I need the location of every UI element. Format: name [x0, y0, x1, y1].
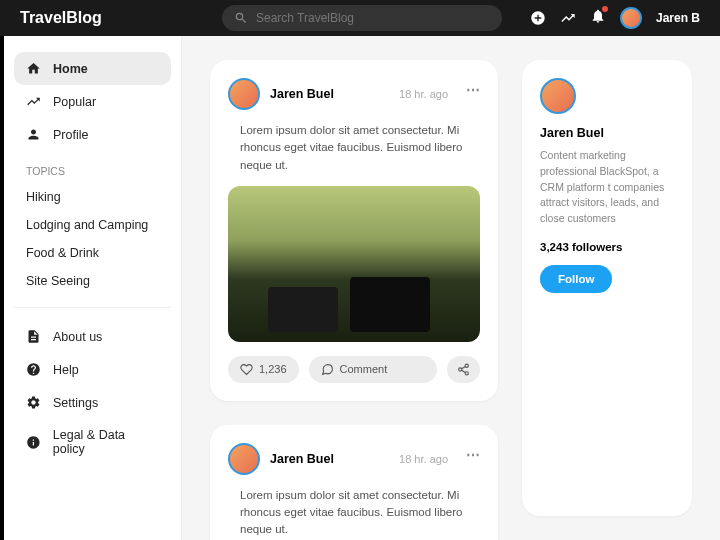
share-icon: [457, 363, 470, 376]
header: TravelBlog Jaren B: [0, 0, 720, 36]
sidebar-item-about[interactable]: About us: [14, 320, 171, 353]
user-icon: [26, 127, 41, 142]
profile-card: Jaren Buel Content marketing professiona…: [522, 60, 692, 516]
svg-point-1: [459, 368, 462, 371]
sidebar-item-popular[interactable]: Popular: [14, 85, 171, 118]
like-count: 1,236: [259, 363, 287, 375]
notification-button[interactable]: [590, 8, 606, 28]
help-icon: [26, 362, 41, 377]
sidebar-item-label: Popular: [53, 95, 96, 109]
search-icon: [234, 11, 248, 25]
topic-hiking[interactable]: Hiking: [14, 183, 171, 211]
trending-icon[interactable]: [560, 10, 576, 26]
sidebar-item-label: Settings: [53, 396, 98, 410]
search-bar[interactable]: [222, 5, 502, 31]
svg-line-3: [462, 370, 466, 372]
profile-bio: Content marketing professional BlackSpot…: [540, 148, 674, 227]
comment-button[interactable]: Comment: [309, 356, 437, 383]
avatar[interactable]: [228, 78, 260, 110]
sidebar-item-label: Help: [53, 363, 79, 377]
sidebar-item-settings[interactable]: Settings: [14, 386, 171, 419]
avatar[interactable]: [228, 443, 260, 475]
comment-icon: [321, 363, 334, 376]
trending-icon: [26, 94, 41, 109]
post-card: Jaren Buel 18 hr. ago ⋯ Lorem ipsum dolo…: [210, 60, 498, 401]
post-author[interactable]: Jaren Buel: [270, 452, 389, 466]
share-button[interactable]: [447, 356, 480, 383]
post-menu-button[interactable]: ⋯: [466, 447, 480, 463]
header-actions: Jaren B: [530, 7, 700, 29]
sidebar-item-home[interactable]: Home: [14, 52, 171, 85]
avatar[interactable]: [620, 7, 642, 29]
profile-followers: 3,243 followers: [540, 241, 674, 253]
post-author[interactable]: Jaren Buel: [270, 87, 389, 101]
svg-line-4: [462, 366, 466, 368]
sidebar-item-label: About us: [53, 330, 102, 344]
sidebar-item-label: Legal & Data policy: [53, 428, 159, 456]
heart-icon: [240, 363, 253, 376]
post-actions: 1,236 Comment: [228, 356, 480, 383]
svg-point-2: [465, 371, 468, 374]
sidebar-item-label: Home: [53, 62, 88, 76]
avatar[interactable]: [540, 78, 576, 114]
follow-button[interactable]: Follow: [540, 265, 612, 293]
header-username: Jaren B: [656, 11, 700, 25]
topics-label: TOPICS: [14, 151, 171, 183]
post-card: Jaren Buel 18 hr. ago ⋯ Lorem ipsum dolo…: [210, 425, 498, 540]
post-time: 18 hr. ago: [399, 453, 448, 465]
post-time: 18 hr. ago: [399, 88, 448, 100]
comment-label: Comment: [340, 363, 388, 375]
document-icon: [26, 329, 41, 344]
post-header: Jaren Buel 18 hr. ago ⋯: [228, 443, 480, 475]
search-input[interactable]: [256, 11, 490, 25]
bell-icon: [590, 8, 606, 24]
topic-siteseeing[interactable]: Site Seeing: [14, 267, 171, 295]
home-icon: [26, 61, 41, 76]
app-logo[interactable]: TravelBlog: [20, 9, 102, 27]
sidebar: Home Popular Profile TOPICS Hiking Lodgi…: [4, 36, 182, 540]
post-body: Lorem ipsum dolor sit amet consectetur. …: [228, 122, 480, 186]
content: Jaren Buel 18 hr. ago ⋯ Lorem ipsum dolo…: [182, 36, 720, 540]
post-body: Lorem ipsum dolor sit amet consectetur. …: [228, 487, 480, 540]
sidebar-item-label: Profile: [53, 128, 88, 142]
info-icon: [26, 435, 41, 450]
main: Home Popular Profile TOPICS Hiking Lodgi…: [0, 36, 720, 540]
add-icon[interactable]: [530, 10, 546, 26]
svg-point-0: [465, 364, 468, 367]
post-menu-button[interactable]: ⋯: [466, 82, 480, 98]
like-button[interactable]: 1,236: [228, 356, 299, 383]
sidebar-item-profile[interactable]: Profile: [14, 118, 171, 151]
gear-icon: [26, 395, 41, 410]
divider: [14, 307, 171, 308]
feed: Jaren Buel 18 hr. ago ⋯ Lorem ipsum dolo…: [210, 60, 498, 516]
topic-food[interactable]: Food & Drink: [14, 239, 171, 267]
sidebar-item-help[interactable]: Help: [14, 353, 171, 386]
post-header: Jaren Buel 18 hr. ago ⋯: [228, 78, 480, 110]
post-image[interactable]: [228, 186, 480, 342]
sidebar-item-legal[interactable]: Legal & Data policy: [14, 419, 171, 465]
topic-lodging[interactable]: Lodging and Camping: [14, 211, 171, 239]
profile-name: Jaren Buel: [540, 126, 674, 140]
